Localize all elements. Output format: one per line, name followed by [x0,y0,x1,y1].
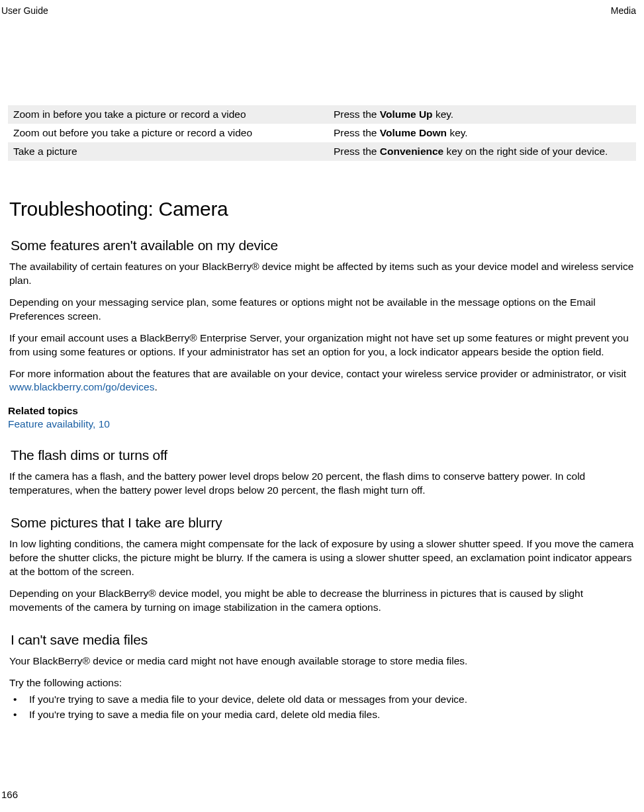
page-number: 166 [1,789,18,800]
table-row: Zoom in before you take a picture or rec… [8,105,636,124]
body-paragraph: Try the following actions: [8,676,636,690]
header-right: Media [611,5,636,16]
body-paragraph: Your BlackBerry® device or media card mi… [8,654,636,668]
header-left: User Guide [1,5,48,16]
body-paragraph: Depending on your BlackBerry® device mod… [8,587,636,615]
table-row: Zoom out before you take a picture or re… [8,124,636,142]
related-topics-link[interactable]: Feature availability, 10 [8,418,636,430]
table-cell-instruction: Press the Convenience key on the right s… [328,142,636,161]
page-content: Zoom in before you take a picture or rec… [0,16,644,722]
table-cell-action: Zoom out before you take a picture or re… [8,124,328,142]
shortcuts-table: Zoom in before you take a picture or rec… [8,105,636,161]
subsection-heading: I can't save media files [8,632,636,648]
link-devices[interactable]: www.blackberry.com/go/devices [9,381,154,392]
table-cell-action: Take a picture [8,142,328,161]
body-paragraph: If the camera has a flash, and the batte… [8,470,636,498]
table-cell-instruction: Press the Volume Up key. [328,105,636,124]
table-cell-action: Zoom in before you take a picture or rec… [8,105,328,124]
page-header: User Guide Media [0,0,644,16]
section-heading-troubleshooting: Troubleshooting: Camera [8,198,636,220]
body-paragraph: The availability of certain features on … [8,260,636,288]
list-item: If you're trying to save a media file on… [9,707,636,722]
body-paragraph: For more information about the features … [8,367,636,395]
related-topics-label: Related topics [8,405,636,417]
body-paragraph: Depending on your messaging service plan… [8,296,636,324]
list-item: If you're trying to save a media file to… [9,692,636,707]
action-list: If you're trying to save a media file to… [8,692,636,723]
subsection-heading: Some pictures that I take are blurry [8,515,636,531]
subsection-heading: Some features aren't available on my dev… [8,238,636,253]
table-cell-instruction: Press the Volume Down key. [328,124,636,142]
table-row: Take a picture Press the Convenience key… [8,142,636,161]
subsection-heading: The flash dims or turns off [8,447,636,463]
body-paragraph: If your email account uses a BlackBerry®… [8,332,636,359]
body-paragraph: In low lighting conditions, the camera m… [8,537,636,579]
